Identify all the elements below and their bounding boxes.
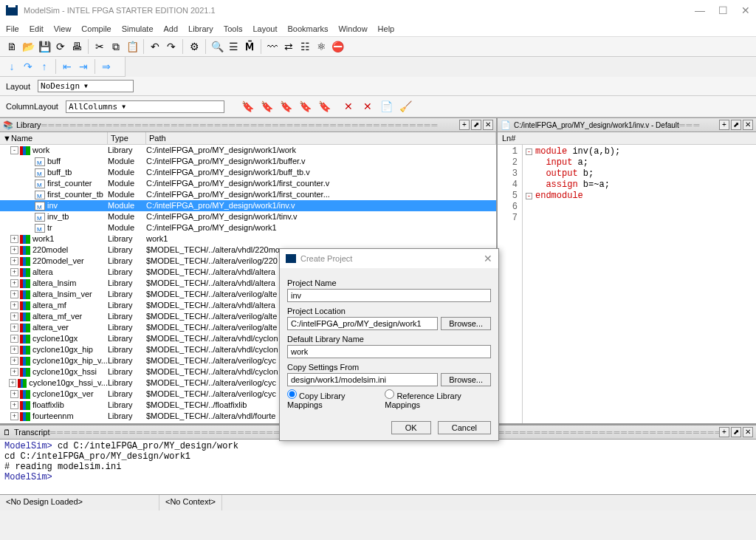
panel-add-button[interactable]: + (719, 120, 729, 130)
signals-icon[interactable]: ⇄ (281, 39, 296, 54)
expander-icon[interactable]: + (10, 290, 18, 298)
expander-icon[interactable]: + (10, 390, 18, 398)
panel-undock-button[interactable]: ⬈ (731, 120, 741, 130)
panel-undock-button[interactable]: ⬈ (731, 427, 741, 437)
process-icon[interactable]: ⚛ (314, 39, 329, 54)
print-icon[interactable]: 🖶 (69, 39, 84, 54)
panel-add-button[interactable]: + (459, 120, 470, 130)
wave-icon[interactable]: 〰 (265, 39, 280, 54)
col-name[interactable]: ▼Name (0, 132, 108, 144)
panel-close-button[interactable]: ✕ (483, 120, 493, 130)
menu-compile[interactable]: Compile (81, 24, 111, 33)
paste-icon[interactable]: 📋 (125, 39, 140, 54)
menu-edit[interactable]: Edit (30, 24, 44, 33)
library-row[interactable]: buffModuleC:/intelFPGA_pro/MY_design/wor… (0, 156, 496, 167)
menu-simulate[interactable]: Simulate (122, 24, 154, 33)
menu-add[interactable]: Add (164, 24, 179, 33)
undo-icon[interactable]: ↶ (148, 39, 162, 54)
list-icon[interactable]: ☷ (298, 39, 312, 54)
menu-library[interactable]: Library (188, 24, 213, 33)
library-row[interactable]: +work1Librarywork1 (0, 233, 496, 245)
compile-icon[interactable]: ⚙ (187, 39, 202, 54)
panel-close-button[interactable]: ✕ (743, 120, 753, 130)
expander-icon[interactable]: + (10, 279, 18, 287)
refresh-icon[interactable]: ⟳ (53, 39, 68, 54)
library-row[interactable]: first_counterModuleC:/intelFPGA_pro/MY_d… (0, 178, 496, 189)
hierarchy-icon[interactable]: ☰ (226, 39, 241, 54)
save-icon[interactable]: 💾 (37, 39, 52, 54)
expander-icon[interactable]: + (10, 235, 18, 243)
expander-icon[interactable]: + (10, 401, 18, 409)
browse-location-button[interactable]: Browse... (441, 317, 491, 330)
window-maximize-button[interactable]: ☐ (718, 4, 728, 16)
expander-icon[interactable]: + (10, 257, 18, 265)
find-icon[interactable]: 🔍 (210, 39, 224, 54)
new-file-icon[interactable]: 🗎 (4, 39, 19, 54)
cancel-button[interactable]: Cancel (438, 421, 491, 434)
panel-add-button[interactable]: + (719, 427, 729, 437)
expander-icon[interactable]: + (10, 335, 18, 343)
menu-bookmarks[interactable]: Bookmarks (287, 24, 328, 33)
expander-icon[interactable]: + (10, 357, 18, 365)
cut-icon[interactable]: ✂ (92, 39, 107, 54)
copy-settings-input[interactable] (287, 373, 438, 386)
code-editor[interactable]: 1234567 -module inv(a,b); input a; outpu… (498, 145, 756, 423)
library-row[interactable]: -workLibraryC:/intelFPGA_pro/MY_design/w… (0, 145, 496, 156)
project-location-input[interactable] (287, 317, 438, 330)
expander-icon[interactable]: + (10, 324, 18, 332)
stop-icon[interactable]: ⛔ (330, 39, 345, 54)
expander-icon[interactable]: + (10, 268, 18, 276)
default-library-input[interactable] (287, 345, 491, 358)
menu-view[interactable]: View (54, 24, 72, 33)
expander-icon[interactable]: - (10, 146, 18, 154)
library-row[interactable]: trModuleC:/intelFPGA_pro/MY_design/work1 (0, 222, 496, 233)
dialog-close-button[interactable]: ✕ (484, 253, 492, 264)
step-out-icon[interactable]: ↑ (37, 59, 52, 74)
expander-icon[interactable]: + (10, 301, 18, 310)
library-row[interactable]: inv_tbModuleC:/intelFPGA_pro/MY_design/w… (0, 211, 496, 222)
redo-icon[interactable]: ↷ (164, 39, 179, 54)
expander-icon[interactable]: + (10, 246, 18, 254)
filter5-icon[interactable]: 🔖 (317, 99, 332, 114)
expander-icon[interactable]: + (9, 379, 16, 387)
cursor-prev-icon[interactable]: ⇤ (60, 59, 75, 74)
menu-tools[interactable]: Tools (224, 24, 243, 33)
expander-icon[interactable]: + (10, 368, 18, 376)
expander-icon[interactable]: + (10, 312, 18, 321)
panel-undock-button[interactable]: ⬈ (471, 120, 481, 130)
copy-icon[interactable]: ⧉ (109, 39, 123, 54)
x2-icon[interactable]: ✕ (360, 99, 375, 114)
panel-close-button[interactable]: ✕ (743, 427, 753, 437)
filter4-icon[interactable]: 🔖 (298, 99, 313, 114)
filter1-icon[interactable]: 🔖 (241, 99, 255, 114)
menu-file[interactable]: File (6, 24, 19, 33)
menu-help[interactable]: Help (378, 24, 395, 33)
copy-mappings-radio[interactable]: Copy Library Mappings (287, 389, 376, 409)
doc-icon[interactable]: 📄 (379, 99, 394, 114)
expander-icon[interactable]: + (10, 346, 18, 354)
layout-dropdown[interactable]: NoDesign ▼ (38, 80, 134, 92)
window-close-button[interactable]: ✕ (741, 4, 750, 16)
column-layout-dropdown[interactable]: AllColumns ▼ (66, 100, 224, 113)
run-to-icon[interactable]: ⇒ (99, 59, 114, 74)
reference-mappings-radio[interactable]: Reference Library Mappings (385, 389, 491, 409)
library-row[interactable]: first_counter_tbModuleC:/intelFPGA_pro/M… (0, 189, 496, 200)
cursor-next-icon[interactable]: ⇥ (76, 59, 91, 74)
memory-icon[interactable]: M̄ (242, 39, 257, 54)
col-path[interactable]: Path (146, 132, 496, 144)
ok-button[interactable]: OK (391, 421, 431, 434)
step-into-icon[interactable]: ↓ (4, 59, 19, 74)
window-minimize-button[interactable]: — (695, 4, 705, 16)
browse-settings-button[interactable]: Browse... (441, 373, 491, 386)
filter2-icon[interactable]: 🔖 (260, 99, 275, 114)
clear-icon[interactable]: 🧹 (399, 99, 413, 114)
step-over-icon[interactable]: ↷ (21, 59, 35, 74)
library-row[interactable]: invModuleC:/intelFPGA_pro/MY_design/work… (0, 200, 496, 211)
project-name-input[interactable] (287, 289, 491, 302)
open-file-icon[interactable]: 📂 (21, 39, 35, 54)
x1-icon[interactable]: ✕ (341, 99, 356, 114)
expander-icon[interactable]: + (10, 412, 18, 420)
filter3-icon[interactable]: 🔖 (279, 99, 294, 114)
menu-layout[interactable]: Layout (252, 24, 277, 33)
transcript-body[interactable]: ModelSim> cd C:/intelFPGA_pro/MY_design/… (0, 440, 756, 494)
